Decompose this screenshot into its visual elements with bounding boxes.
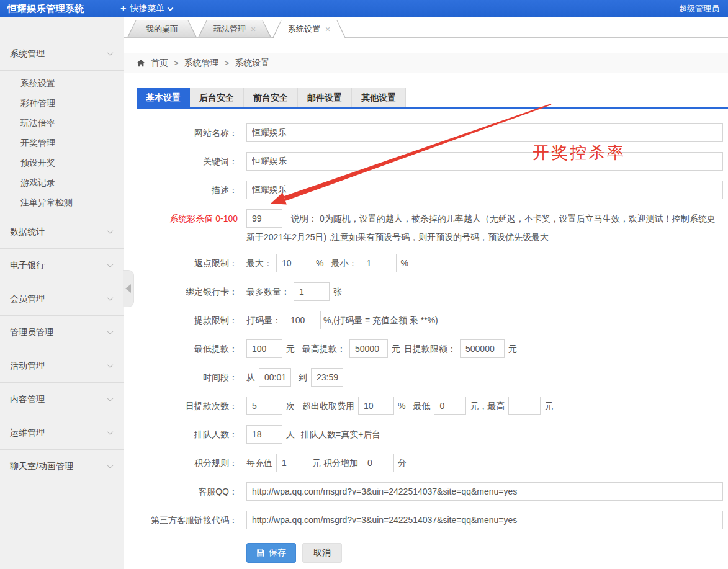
description-label: 描述： [137,181,238,199]
brand-title: 恒耀娱乐管理系统 [0,3,84,15]
tab-other-settings[interactable]: 其他设置 [352,88,406,107]
service-qq-input[interactable] [246,482,723,501]
daily-limit-label: 日提款限额： [404,339,456,358]
to-label: 到 [299,368,307,387]
people-unit: 人 [286,425,295,444]
save-button[interactable]: 保存 [246,543,296,563]
form-row-keywords: 关键词： [137,152,728,171]
cancel-button[interactable]: 取消 [302,543,342,563]
time-to-input[interactable] [311,368,343,387]
form-row-points-rule: 积分规则： 每充值 元 积分增加 分 [137,454,728,472]
settings-content: 基本设置 后台安全 前台安全 邮件设置 其他设置 网站名称： 关键词： 描述： [124,73,728,563]
form-row-withdraw-limit: 提款限制： 打码量： %,(打码量 = 充值金额 乘 **%) [137,311,728,329]
sidebar-item-chatroom-animation[interactable]: 聊天室/动画管理 [0,450,124,483]
tab-mail-settings[interactable]: 邮件设置 [298,88,352,107]
sidebar-item-game-records[interactable]: 游戏记录 [0,172,124,192]
breadcrumb-separator: > [174,58,179,68]
sidebar-item-play-odds[interactable]: 玩法倍率 [0,113,124,133]
form-row-bank-card: 绑定银行卡： 最多数量： 张 [137,282,728,301]
sidebar-collapse-handle[interactable] [123,270,134,307]
per-recharge-label: 每充值 [246,454,272,472]
sidebar-submenu-system: 系统设置 彩种管理 玩法倍率 开奖管理 预设开奖 游戏记录 注单异常检测 [0,71,124,215]
close-icon[interactable]: × [325,25,330,34]
breadcrumb-home[interactable]: 首页 [151,58,168,69]
kill-rate-input[interactable] [246,209,282,228]
yuan-unit: 元 [508,339,517,358]
sidebar-item-data-statistics[interactable]: 数据统计 [0,215,124,249]
yuan-unit: 元 [392,339,400,358]
sidebar-item-admin-management[interactable]: 管理员管理 [0,316,124,349]
quick-menu-label: 快捷菜单 [130,3,164,14]
per-recharge-input[interactable] [276,454,308,472]
keywords-input[interactable] [246,152,723,171]
sidebar-item-label: 聊天室/动画管理 [10,461,73,472]
sidebar-item-label: 数据统计 [10,226,45,238]
quick-menu-button[interactable]: + 快捷菜单 [120,3,173,14]
sidebar-item-preset-draw[interactable]: 预设开奖 [0,153,124,172]
plus-icon: + [120,4,126,14]
tab-label: 我的桌面 [146,24,178,35]
dama-note: %,(打码量 = 充值金额 乘 **%) [323,311,438,329]
sidebar: 系统管理 系统设置 彩种管理 玩法倍率 开奖管理 预设开奖 游戏记录 注单异常检… [0,17,124,569]
withdraw-times-label: 日提款次数： [137,397,238,415]
sidebar-item-content-management[interactable]: 内容管理 [0,383,124,416]
rebate-max-label: 最大： [246,254,272,272]
window-tab-my-desktop[interactable]: 我的桌面 [127,20,197,37]
third-party-link-input[interactable] [246,511,723,529]
window-tab-play-management[interactable]: 玩法管理 × [198,20,271,37]
window-tab-system-settings[interactable]: 系统设置 × [272,20,346,38]
site-name-input[interactable] [246,123,723,142]
sidebar-item-member-management[interactable]: 会员管理 [0,282,124,316]
fee-max-input[interactable] [508,397,541,415]
breadcrumb-page[interactable]: 系统设置 [235,58,269,69]
rebate-min-input[interactable] [361,254,397,272]
sidebar-item-label: 管理员管理 [10,327,53,338]
description-input[interactable] [246,181,723,199]
yuan-unit: 元 [286,339,295,358]
fee-min-label: 最低 [413,397,430,415]
tab-basic-settings[interactable]: 基本设置 [137,88,190,107]
max-withdraw-input[interactable] [349,339,388,358]
site-name-label: 网站名称： [137,123,238,142]
time-from-input[interactable] [259,368,291,387]
chevron-down-icon [107,50,114,56]
sidebar-item-activity-management[interactable]: 活动管理 [0,349,124,383]
tab-backend-security[interactable]: 后台安全 [190,88,244,107]
withdraw-times-input[interactable] [246,397,282,415]
sidebar-item-draw-management[interactable]: 开奖管理 [0,133,124,153]
excess-fee-input[interactable] [358,397,394,415]
sidebar-item-system-management[interactable]: 系统管理 [0,37,124,71]
save-button-label: 保存 [269,547,286,558]
collapse-left-icon [125,284,131,293]
rebate-max-input[interactable] [276,254,312,272]
form-row-daily-withdraw-times: 日提款次数： 次 超出收取费用 % 最低 元，最高 元 [137,397,728,415]
bank-qty-input[interactable] [294,282,330,301]
points-add-input[interactable] [362,454,394,472]
dama-input[interactable] [285,311,321,329]
sidebar-item-bet-anomaly-detection[interactable]: 注单异常检测 [0,192,124,212]
daily-limit-input[interactable] [460,339,505,358]
sidebar-item-lottery-management[interactable]: 彩种管理 [0,93,124,113]
main-area: 我的桌面 玩法管理 × 系统设置 × 首页 > 系统管理 > 系统设置 [124,17,728,563]
percent-unit: % [398,397,405,415]
tab-label: 系统设置 [288,24,320,35]
bank-qty-label: 最多数量： [246,282,290,301]
yuan-unit: 元 [544,397,553,415]
fee-min-input[interactable] [434,397,466,415]
tab-frontend-security[interactable]: 前台安全 [244,88,298,107]
sidebar-item-ops-management[interactable]: 运维管理 [0,416,124,450]
min-withdraw-input[interactable] [246,339,282,358]
bank-card-label: 绑定银行卡： [137,282,238,301]
close-icon[interactable]: × [251,25,256,34]
chevron-down-icon [107,429,114,435]
queue-input[interactable] [246,425,282,444]
sidebar-item-e-banking[interactable]: 电子银行 [0,249,124,282]
sidebar-item-system-settings[interactable]: 系统设置 [0,73,124,93]
breadcrumb-section[interactable]: 系统管理 [184,58,219,69]
tab-label: 玩法管理 [213,24,246,35]
home-icon [137,59,145,68]
current-user-button[interactable]: 超级管理员 [679,3,728,14]
window-tabstrip: 我的桌面 玩法管理 × 系统设置 × [124,17,728,38]
bank-qty-unit: 张 [333,282,342,301]
points-add-label: 元 积分增加 [312,454,358,472]
